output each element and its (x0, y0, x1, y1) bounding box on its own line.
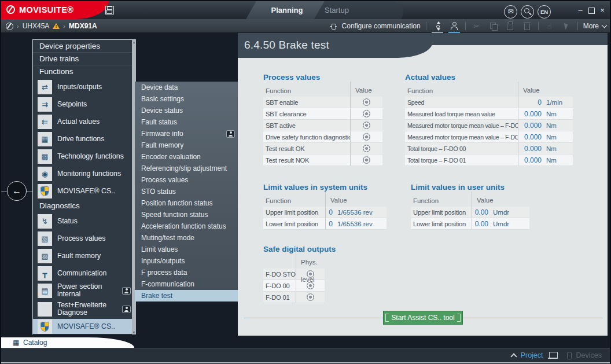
sidebar-item-drive-functions[interactable]: ▦Drive functions (33, 130, 136, 148)
person-icon (451, 22, 458, 30)
more-label: More (583, 22, 599, 30)
unit-text: 1/65536 rev (337, 220, 373, 227)
toolbar-separator (465, 22, 466, 30)
submenu-item-limit-values[interactable]: Limit values (135, 244, 238, 255)
project-view-button[interactable]: Project (521, 351, 543, 359)
submenu-item-process-values[interactable]: Process values (135, 174, 238, 186)
submenu-item-device-status[interactable]: Device status (135, 105, 238, 116)
sidebar-item-test-erweiterte-diagnose[interactable]: Test+Erweiterte Diagnose (33, 299, 136, 319)
paste-button[interactable] (505, 20, 516, 32)
shield-icon (41, 322, 49, 331)
value-text: 0.000 (518, 145, 542, 153)
sidebar-item-label: MOVISAFE® CS.. (57, 187, 115, 195)
start-assist-tool-button[interactable]: Start Assist CS.. tool (383, 311, 463, 325)
sidebar-item-movisafe-cs[interactable]: MOVISAFE® CS.. (33, 182, 136, 200)
submenu-item-inputs-outputs[interactable]: Inputs/outputs (135, 255, 238, 267)
submenu-item-label: Fault memory (141, 139, 234, 151)
close-button[interactable]: × (598, 6, 607, 15)
laptop-icon[interactable] (548, 352, 558, 359)
submenu-item-sto-status[interactable]: STO status (135, 186, 238, 197)
tab-startup[interactable]: Startup (316, 1, 357, 19)
messages-button[interactable]: ✉ (504, 5, 517, 19)
breadcrumb-device-current[interactable]: MDX91A (69, 22, 97, 30)
sidebar-item-actual-values[interactable]: ⇇Actual values (33, 113, 136, 130)
submenu-item-brake-test[interactable]: Brake test (135, 290, 238, 302)
sidebar-item-setpoints[interactable]: ⇉Setpoints (33, 95, 136, 113)
submenu-item-referencing-slip-adjustment[interactable]: Referencing/slip adjustment (135, 163, 238, 174)
collapse-sidebar-button[interactable]: ← (7, 181, 27, 201)
function-label: SBT enable (263, 99, 350, 106)
search-button[interactable] (521, 5, 534, 19)
value-cell: 0.000Nm (518, 131, 573, 142)
submenu-item-basic-settings[interactable]: Basic settings (135, 93, 238, 105)
submenu-item-label: Basic settings (141, 93, 234, 105)
sidebar-item-fault-memory[interactable]: ▨Fault memory (33, 247, 136, 264)
toolbar-separator (577, 22, 578, 30)
submenu-item-speed-function-status[interactable]: Speed function status (135, 209, 238, 220)
user-mode-button[interactable] (448, 20, 460, 32)
envelope-icon: ✉ (507, 8, 513, 16)
tab-planning[interactable]: Planning (264, 1, 310, 19)
value-column-header: Value (518, 82, 573, 97)
submenu-item-encoder-evaluation[interactable]: Encoder evaluation (135, 151, 238, 163)
sidebar-item-movisafe-cs[interactable]: MOVISAFE® CS.. (33, 319, 136, 334)
save-icon[interactable] (105, 6, 114, 14)
sidebar-item-power-section-internal[interactable]: ▤Power section internal (33, 282, 136, 299)
chevron-right-icon: › (63, 23, 65, 30)
submenu-item-f-communication[interactable]: F-communication (135, 278, 238, 290)
home-icon[interactable] (6, 23, 13, 30)
table-row: Upper limit position0.00Umdr (411, 207, 529, 218)
more-button[interactable]: More (583, 22, 606, 30)
title-bar: MOVISUITE® Planning Startup ✉ EN – × (1, 1, 610, 19)
sidebar-section-device-properties[interactable]: Device properties (33, 40, 136, 53)
table-row: Test result NOK (263, 155, 382, 166)
cut-button[interactable]: ✂ (471, 20, 483, 32)
select-button[interactable] (561, 20, 572, 32)
unit-text: 1/min (546, 99, 562, 106)
submenu-item-firmware-info[interactable]: Firmware info (135, 128, 238, 139)
sidebar-item-technology-functions[interactable]: ▩Technology functions (33, 148, 136, 165)
submenu-item-fault-status[interactable]: Fault status (135, 116, 238, 128)
configure-communication-button[interactable]: Configure communication (342, 22, 421, 30)
submenu-item-label: Fault status (141, 116, 234, 128)
submenu-item-f-process-data[interactable]: F process data (135, 267, 238, 278)
value-cell: 0.000Nm (518, 143, 573, 154)
value-cell (350, 131, 382, 142)
table-row: SBT clearance (263, 108, 382, 120)
table-rows: Upper limit position0.00UmdrLower limit … (411, 207, 529, 230)
submenu-item-label: F-communication (141, 278, 234, 290)
delete-button[interactable] (521, 20, 533, 32)
sidebar-item-inputs-outputs[interactable]: ⇄Inputs/outputs (33, 78, 136, 95)
sidebar-section-diagnostics[interactable]: Diagnostics (33, 200, 136, 212)
language-button[interactable]: EN (538, 5, 551, 19)
function-label: Measured motor torque mean value – F-DO … (405, 134, 518, 141)
submenu-item-muting-test-mode[interactable]: Muting/test mode (135, 232, 238, 244)
submenu-item-fault-memory[interactable]: Fault memory (135, 139, 238, 151)
sidebar-section-drive-trains[interactable]: Drive trains (33, 53, 136, 65)
sidebar-item-communication[interactable]: ┳Communication (33, 264, 136, 282)
chevron-up-icon[interactable] (510, 353, 517, 359)
sidebar-section-functions[interactable]: Functions (33, 65, 136, 78)
copy-button[interactable] (488, 20, 499, 32)
value-text: 0.000 (518, 122, 542, 130)
sidebar-item-process-values[interactable]: ▧Process values (33, 230, 136, 247)
breadcrumb-device-parent[interactable]: UHX45A (23, 22, 50, 30)
sidebar-item-status[interactable]: ↯Status (33, 212, 136, 230)
pan-button[interactable]: ☝ (544, 20, 555, 32)
value-cell (350, 143, 382, 154)
submenu-item-device-data[interactable]: Device data (135, 82, 238, 93)
submenu-item-label: Encoder evaluation (141, 151, 234, 163)
table-row: F-DO 00 (263, 280, 325, 292)
submenu-item-acceleration-function-status[interactable]: Acceleration function status (135, 220, 238, 232)
sidebar-item-label: Fault memory (57, 252, 101, 260)
submenu-item-position-function-status[interactable]: Position function status (135, 197, 238, 209)
sidebar-item-monitoring-functions[interactable]: ◉Monitoring functions (33, 165, 136, 182)
search-icon (524, 8, 529, 13)
monitoring-functions-icon: ◉ (38, 167, 52, 181)
topology-tool-button[interactable] (432, 20, 443, 32)
devices-view-button[interactable]: Devices (576, 351, 602, 359)
minimize-button[interactable]: – (576, 6, 585, 15)
function-label: F-DO STO (263, 271, 296, 278)
maximize-button[interactable] (587, 6, 596, 15)
expert-badge-icon (123, 306, 130, 312)
